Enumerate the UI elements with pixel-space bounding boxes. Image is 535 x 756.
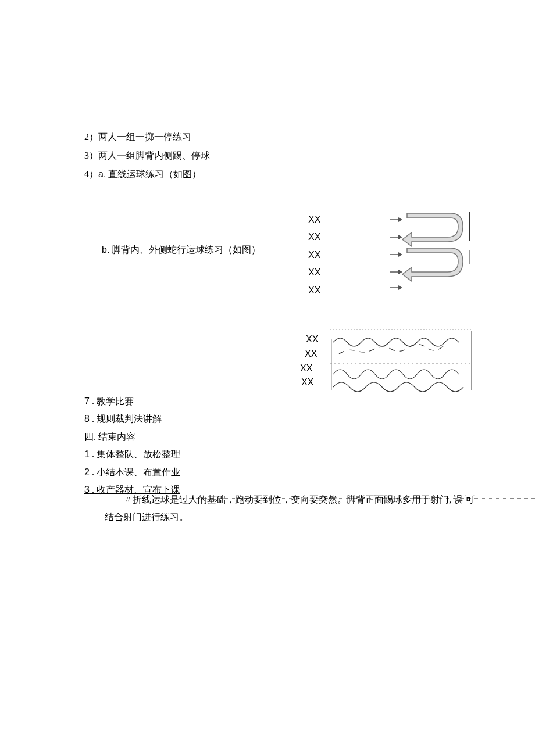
item-4b-text: 脚背内、外侧蛇行运球练习（如图） [109, 245, 261, 255]
footnote-block: 〃折线运球是过人的基础，跑动要到位，变向要突然。脚背正面踢球多用于射门, 误 可… [105, 491, 488, 526]
xx-column-1: XX XX XX XX XX [308, 211, 320, 299]
list-item-8: 8 . 规则裁判法讲解 [84, 410, 491, 428]
xx-marker: XX [305, 347, 318, 361]
diagram-snake-dribble: XX XX XX XX [295, 325, 476, 395]
item-8-number: 8 [84, 414, 90, 424]
s4-item-2-text: . 小结本课、布置作业 [90, 467, 180, 477]
section-4-heading: 四. 结束内容 [84, 428, 491, 446]
xx-marker: XX [308, 282, 320, 299]
list-item-4a: 4）a. 直线运球练习（如图） [84, 165, 491, 184]
xx-column-2: XX XX XX XX [300, 332, 318, 390]
arrows-diagram-icon [390, 209, 477, 296]
item-4-prefix: 4） [84, 169, 98, 179]
section-4-item-2: 2 . 小结本课、布置作业 [84, 464, 491, 481]
s4-item-1-text: . 集体整队、放松整理 [90, 449, 180, 459]
xx-marker: XX [308, 228, 320, 246]
list-item-7: 7 . 教学比赛 [84, 393, 491, 410]
s4-item-2-number: 2 [84, 467, 90, 477]
diagram-straight-dribble: XX XX XX XX XX [302, 206, 477, 305]
item-4a-text: 直线运球练习（如图） [106, 169, 201, 179]
xx-marker: XX [308, 264, 320, 281]
xx-marker: XX [306, 332, 318, 347]
svg-marker-1 [398, 217, 402, 222]
xx-marker: XX [300, 361, 318, 376]
xx-marker: XX [301, 375, 318, 390]
item-8-text: . 规则裁判法讲解 [90, 414, 162, 424]
list-item-4b: b. 脚背内、外侧蛇行运球练习（如图） [102, 244, 261, 256]
footnote-line-2: 结合射门进行练习。 [105, 508, 488, 526]
svg-marker-5 [398, 252, 402, 257]
svg-marker-7 [398, 270, 402, 274]
xx-marker: XX [308, 246, 320, 264]
xx-marker: XX [308, 211, 320, 228]
list-item-3: 3）两人一组脚背内侧踢、停球 [84, 146, 491, 165]
list-item-2: 2）两人一组一掷一停练习 [84, 128, 491, 146]
footnote-line-1: 〃折线运球是过人的基础，跑动要到位，变向要突然。脚背正面踢球多用于射门, 误 可 [105, 491, 488, 508]
section-4-item-1: 1 . 集体整队、放松整理 [84, 446, 491, 463]
s4-item-1-number: 1 [84, 449, 90, 459]
svg-marker-9 [398, 285, 402, 290]
s4-item-3-number: 3 [84, 485, 90, 495]
item-4b-label: b. [102, 245, 109, 255]
wave-diagram-icon [330, 328, 476, 397]
svg-marker-3 [398, 235, 402, 239]
item-4a-label: a. [98, 169, 106, 179]
item-7-number: 7 [84, 396, 90, 406]
item-7-text: . 教学比赛 [90, 396, 134, 406]
